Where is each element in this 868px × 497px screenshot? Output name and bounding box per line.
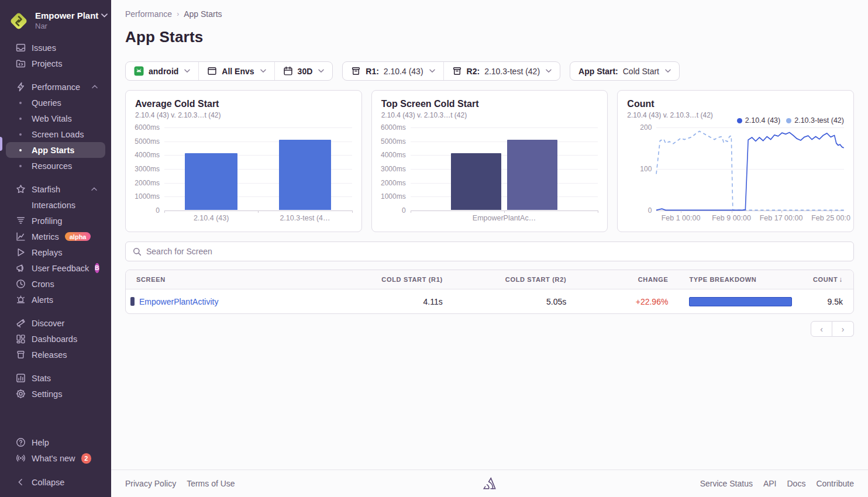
sidebar-item-stats[interactable]: Stats [6, 370, 105, 386]
x-category-label: 2.10.3-test (4… [280, 214, 330, 222]
column-header-screen[interactable]: Screen [126, 276, 329, 283]
footer-link-contribute[interactable]: Contribute [816, 479, 854, 488]
sidebar-item-releases[interactable]: Releases [6, 347, 105, 363]
sidebar-item-issues[interactable]: Issues [6, 40, 105, 56]
sidebar-item-projects[interactable]: Projects [6, 56, 105, 71]
screen-search[interactable] [125, 241, 854, 261]
chevron-up-icon[interactable] [91, 187, 97, 191]
chevron-down-icon [101, 13, 108, 18]
org-switcher[interactable]: Empower Plant Nar [0, 6, 111, 40]
pagination-prev-button[interactable]: ‹ [811, 321, 832, 337]
chart-plot: 200 100 0 [656, 127, 844, 210]
filter-r2[interactable]: R2:2.10.3-test (42) [443, 62, 560, 80]
sidebar-item-queries[interactable]: Queries [6, 95, 105, 111]
footer-link-api[interactable]: API [763, 479, 777, 488]
dashboards-icon [15, 334, 26, 344]
help-icon [15, 437, 26, 448]
sidebar-item-label: What's new [32, 454, 75, 463]
type-breakdown-bar[interactable] [689, 297, 791, 306]
sidebar-item-label: Discover [32, 319, 64, 328]
sidebar-item-label: Collapse [32, 478, 64, 487]
sidebar-item-metrics[interactable]: Metricsalpha [6, 229, 105, 244]
series-2-10-4-43 [656, 133, 844, 210]
sidebar-item-interactions[interactable]: Interactions [6, 197, 105, 213]
sidebar-item-help[interactable]: Help [6, 434, 105, 450]
legend-item-2-10-4-43[interactable]: 2.10.4 (43) [737, 116, 780, 125]
chart-x-axis: EmpowerPlantAc… [411, 214, 598, 226]
sidebar-item-app-starts[interactable]: App Starts [6, 142, 105, 158]
filter-30d[interactable]: 30D [274, 62, 333, 80]
sidebar-item-collapse[interactable]: Collapse [6, 474, 105, 490]
sidebar-item-dashboards[interactable]: Dashboards [6, 331, 105, 347]
sidebar-item-label: Screen Loads [32, 130, 84, 139]
bar-2-10-4-43[interactable] [451, 153, 502, 210]
chart-card-average-cold-start: Average Cold Start 2.10.4 (43) v. 2.10.3… [125, 90, 362, 232]
x-category-label: 2.10.4 (43) [194, 214, 229, 222]
chevron-up-icon[interactable] [92, 85, 98, 89]
discover-icon [15, 318, 26, 329]
filter-android[interactable]: android [126, 62, 198, 80]
pagination-next-button[interactable]: › [832, 321, 854, 337]
chart-title: Top Screen Cold Start [381, 99, 598, 109]
filter-all-envs[interactable]: All Envs [198, 62, 274, 80]
column-header-cold-start-r1[interactable]: Cold Start (R1) [329, 276, 453, 283]
sidebar-item-performance[interactable]: Performance [6, 79, 105, 95]
footer-link-privacy-policy[interactable]: Privacy Policy [125, 479, 176, 488]
sidebar-item-label: Settings [32, 389, 62, 399]
chart-card-top-screen-cold-start: Top Screen Cold Start 2.10.4 (43) v. 2.1… [371, 90, 608, 232]
x-tick [681, 210, 681, 213]
sidebar-item-alerts[interactable]: Alerts [6, 292, 105, 308]
sidebar-item-label: App Starts [32, 146, 74, 155]
sidebar-item-label: Issues [32, 43, 56, 53]
sidebar-item-settings[interactable]: Settings [6, 386, 105, 402]
sort-desc-icon: ↓ [839, 275, 843, 284]
bar-2-10-3-test-4[interactable] [279, 140, 332, 210]
sidebar-item-resources[interactable]: Resources [6, 158, 105, 174]
legend-label: 2.10.3-test (42) [794, 116, 844, 125]
window-icon [207, 66, 217, 76]
chart-subtitle: 2.10.4 (43) v. 2.10.3…t (42) [135, 111, 352, 119]
column-header-count[interactable]: Count↓ [802, 275, 853, 284]
column-header-type-breakdown[interactable]: Type Breakdown [678, 276, 802, 283]
screen-link[interactable]: EmpowerPlantActivity [139, 297, 218, 306]
footer-link-service-status[interactable]: Service Status [700, 479, 753, 488]
page-title: App Starts [125, 28, 854, 46]
y-tick-label: 6000ms [381, 123, 406, 132]
filter-r1[interactable]: R1:2.10.4 (43) [343, 62, 443, 80]
sidebar-item-replays[interactable]: Replays [6, 244, 105, 260]
x-tick-label: Feb 17 00:00 [760, 214, 803, 222]
filter-value: All Envs [222, 67, 254, 76]
column-header-cold-start-r2[interactable]: Cold Start (R2) [453, 276, 577, 283]
sidebar-item-crons[interactable]: Crons [6, 276, 105, 292]
sidebar-item-profiling[interactable]: Profiling [6, 213, 105, 229]
bar-2-10-4-43[interactable] [185, 153, 237, 210]
sidebar-item-what-s-new[interactable]: What's new2 [6, 450, 105, 466]
footer-link-docs[interactable]: Docs [787, 479, 806, 488]
x-tick [258, 210, 259, 213]
sidebar-item-label: Starfish [32, 185, 60, 194]
sidebar-item-web-vitals[interactable]: Web Vitals [6, 111, 105, 126]
filter-bar: androidAll Envs30DR1:2.10.4 (43)R2:2.10.… [125, 61, 854, 81]
filter-value: Cold Start [623, 67, 659, 76]
star-icon [15, 184, 26, 195]
sidebar-item-discover[interactable]: Discover [6, 315, 105, 331]
broadcast-icon [15, 453, 26, 464]
sidebar-item-user-feedback[interactable]: User FeedbackB [6, 260, 105, 276]
column-header-change[interactable]: Change [577, 276, 678, 283]
sidebar-item-screen-loads[interactable]: Screen Loads [6, 126, 105, 142]
sidebar-item-label: Profiling [32, 216, 62, 226]
y-tick-label: 1000ms [381, 192, 406, 201]
search-input[interactable] [146, 247, 846, 256]
bar-2-10-3-test-42[interactable] [507, 140, 558, 210]
filter-value: 2.10.4 (43) [384, 67, 423, 76]
chart-title: Average Cold Start [135, 99, 352, 109]
filter-label: App Start: [578, 67, 618, 76]
sidebar-item-label: Stats [32, 374, 51, 383]
search-icon [133, 247, 142, 256]
sidebar-item-starfish[interactable]: Starfish [6, 181, 105, 197]
sidebar-item-label: Help [32, 438, 49, 447]
legend-item-2-10-3-test-42[interactable]: 2.10.3-test (42) [786, 116, 844, 125]
filter-app-start[interactable]: App Start:Cold Start [570, 62, 679, 80]
footer-link-terms-of-use[interactable]: Terms of Use [187, 479, 235, 488]
breadcrumb-performance[interactable]: Performance [125, 9, 172, 19]
